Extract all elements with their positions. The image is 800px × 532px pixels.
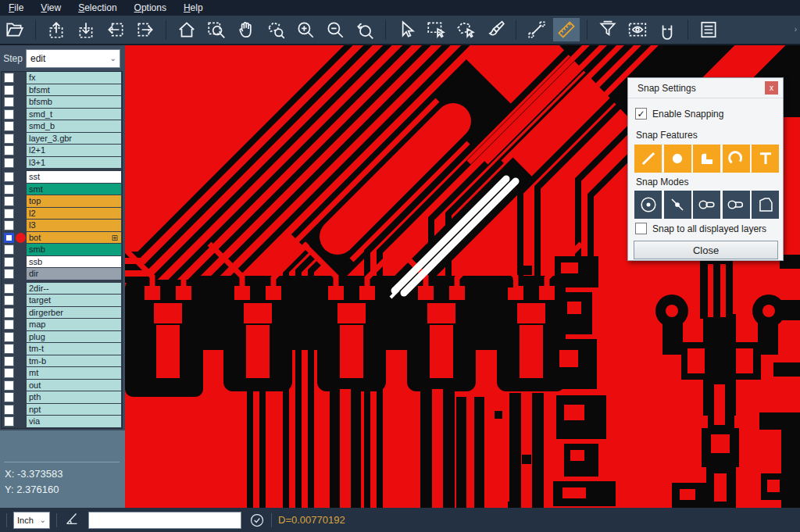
snap-all-layers-checkbox[interactable] bbox=[635, 223, 647, 234]
layer-checkbox[interactable] bbox=[4, 269, 14, 279]
snap-feature-text-button[interactable] bbox=[752, 145, 779, 173]
shift-right-button[interactable] bbox=[132, 18, 159, 41]
snap-button[interactable] bbox=[654, 18, 680, 41]
import-up-button[interactable] bbox=[43, 18, 70, 41]
angle-icon[interactable] bbox=[63, 510, 80, 530]
snap-feature-line-button[interactable] bbox=[634, 145, 662, 173]
layer-checkbox[interactable] bbox=[4, 73, 14, 83]
select-cursor-button[interactable] bbox=[393, 18, 420, 41]
select-rectangle-button[interactable] bbox=[423, 18, 449, 41]
layer-row-top[interactable]: top bbox=[2, 195, 122, 208]
layer-row-l2+1[interactable]: l2+1 bbox=[2, 145, 122, 157]
open-file-button[interactable] bbox=[2, 18, 28, 41]
dialog-close-button[interactable]: x bbox=[765, 81, 778, 95]
layer-checkbox[interactable] bbox=[4, 416, 14, 427]
zoom-window-button[interactable] bbox=[203, 18, 230, 41]
zoom-out-button[interactable] bbox=[322, 18, 348, 41]
step-select[interactable]: edit ⌄ bbox=[26, 49, 120, 68]
snap-feature-arc-button[interactable] bbox=[723, 145, 750, 173]
select-polygon-button[interactable] bbox=[452, 18, 479, 41]
layer-checkbox[interactable] bbox=[4, 220, 14, 230]
layer-checkbox[interactable] bbox=[4, 284, 14, 294]
shift-left-button[interactable] bbox=[102, 18, 129, 41]
layer-row-l3+1[interactable]: l3+1 bbox=[2, 157, 122, 170]
layer-checkbox[interactable] bbox=[4, 245, 14, 255]
snap-feature-pad-button[interactable] bbox=[664, 145, 691, 173]
layer-row-dir[interactable]: dir bbox=[2, 268, 122, 280]
zoom-previous-button[interactable] bbox=[352, 18, 378, 41]
snap-mode-profile-button[interactable] bbox=[752, 191, 779, 219]
layer-checkbox[interactable] bbox=[4, 85, 14, 95]
layer-row-tm-t[interactable]: tm-t bbox=[2, 343, 122, 355]
unit-select[interactable]: Inch ⌄ bbox=[13, 512, 50, 529]
layer-row-mt[interactable]: mt bbox=[2, 367, 122, 380]
report-button[interactable] bbox=[695, 18, 722, 41]
zoom-in-button[interactable] bbox=[292, 18, 319, 41]
dialog-title-bar[interactable]: Snap Settings x bbox=[628, 78, 783, 98]
snap-mode-slot-right-button[interactable] bbox=[723, 191, 750, 219]
pan-button[interactable] bbox=[233, 18, 259, 41]
snap-mode-midpoint-button[interactable] bbox=[664, 191, 691, 219]
layer-checkbox[interactable] bbox=[4, 320, 14, 330]
layer-row-pth[interactable]: pth bbox=[2, 391, 122, 404]
coordinate-input[interactable] bbox=[88, 512, 241, 529]
layer-checkbox[interactable] bbox=[4, 392, 14, 402]
filter-button[interactable] bbox=[595, 18, 621, 41]
layer-checkbox[interactable] bbox=[4, 145, 14, 155]
home-view-button[interactable] bbox=[173, 18, 200, 41]
layer-row-out[interactable]: out bbox=[2, 380, 122, 392]
layer-row-ssb[interactable]: ssb bbox=[2, 256, 122, 269]
layer-row-smb[interactable]: smb bbox=[2, 244, 122, 256]
layer-checkbox[interactable] bbox=[4, 196, 14, 206]
layer-checkbox[interactable] bbox=[4, 405, 14, 415]
layer-row-npt[interactable]: npt bbox=[2, 404, 122, 416]
ruler-tool-button[interactable] bbox=[553, 18, 580, 41]
layer-checkbox[interactable] bbox=[4, 380, 14, 391]
snap-feature-surface-button[interactable] bbox=[693, 145, 720, 173]
layer-checkbox[interactable] bbox=[4, 209, 14, 219]
layer-row-2dir--[interactable]: 2dir-- bbox=[2, 283, 122, 295]
layer-row-bfsmt[interactable]: bfsmt bbox=[2, 84, 122, 97]
dialog-close-action-button[interactable]: Close bbox=[634, 241, 778, 259]
layer-row-bot[interactable]: bot⊞ bbox=[2, 232, 122, 245]
brush-tool-button[interactable] bbox=[482, 18, 509, 41]
grid-icon[interactable]: ⊞ bbox=[112, 233, 118, 243]
layer-checkbox[interactable] bbox=[4, 134, 14, 144]
layer-checkbox[interactable] bbox=[4, 308, 14, 318]
import-down-button[interactable] bbox=[73, 18, 99, 41]
show-hide-button[interactable] bbox=[624, 18, 651, 41]
layer-checkbox[interactable] bbox=[4, 97, 14, 107]
menu-item-options[interactable]: Options bbox=[126, 2, 175, 13]
layer-row-l2[interactable]: l2 bbox=[2, 208, 122, 220]
layer-row-smd_b[interactable]: smd_b bbox=[2, 120, 122, 133]
layer-checkbox[interactable] bbox=[4, 295, 14, 305]
layer-checkbox[interactable] bbox=[4, 356, 14, 366]
layer-checkbox[interactable] bbox=[4, 158, 14, 168]
menu-item-help[interactable]: Help bbox=[175, 2, 212, 13]
layer-row-sst[interactable]: sst bbox=[2, 171, 122, 184]
zoom-polygon-button[interactable] bbox=[262, 18, 289, 41]
layer-row-map[interactable]: map bbox=[2, 319, 122, 331]
layer-checkbox[interactable] bbox=[4, 257, 14, 267]
layer-checkbox[interactable] bbox=[4, 172, 14, 182]
layer-row-smd_t[interactable]: smd_t bbox=[2, 109, 122, 121]
enable-snapping-checkbox[interactable]: ✓ bbox=[635, 108, 647, 120]
layer-checkbox[interactable] bbox=[4, 109, 14, 120]
snap-mode-center-button[interactable] bbox=[634, 191, 662, 219]
layer-checkbox[interactable] bbox=[4, 121, 14, 131]
layer-row-l3[interactable]: l3 bbox=[2, 220, 122, 232]
layer-row-plug[interactable]: plug bbox=[2, 331, 122, 344]
layer-row-smt[interactable]: smt bbox=[2, 184, 122, 196]
snap-mode-slot-left-button[interactable] bbox=[693, 191, 720, 219]
toolbar-overflow-chevron[interactable]: › bbox=[795, 25, 797, 34]
layer-row-layer_3.gbr[interactable]: layer_3.gbr bbox=[2, 133, 122, 145]
menu-item-view[interactable]: View bbox=[32, 2, 70, 13]
layer-checkbox[interactable] bbox=[4, 344, 14, 354]
layer-checkbox[interactable] bbox=[4, 368, 14, 378]
menu-item-selection[interactable]: Selection bbox=[70, 2, 125, 13]
layer-row-bfsmb[interactable]: bfsmb bbox=[2, 96, 122, 109]
layer-checkbox[interactable] bbox=[4, 332, 14, 342]
layer-checkbox[interactable] bbox=[4, 233, 14, 243]
measure-line-button[interactable] bbox=[523, 18, 550, 41]
sync-icon[interactable] bbox=[249, 512, 265, 528]
